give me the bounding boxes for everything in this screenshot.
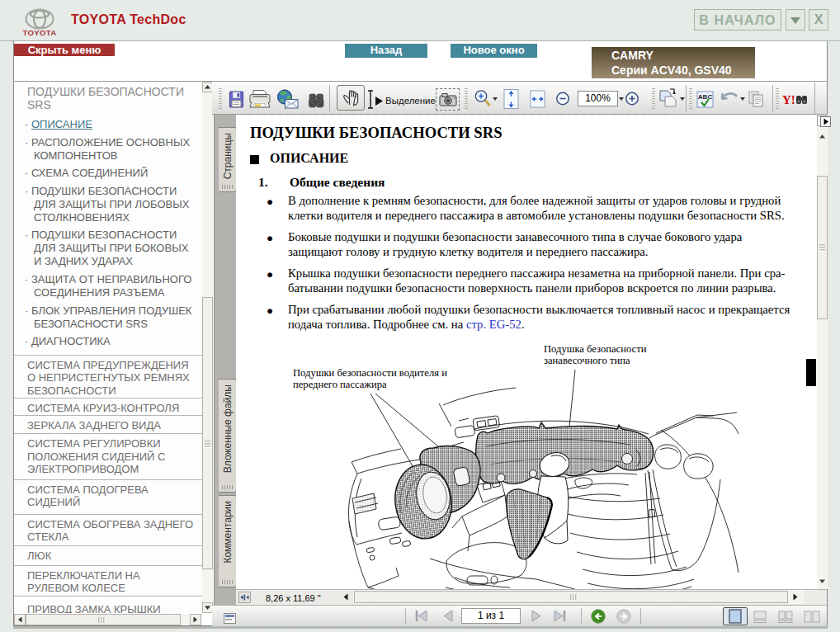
- svg-text:ABC: ABC: [698, 93, 713, 101]
- svg-text:TOYOTA: TOYOTA: [23, 28, 57, 36]
- svg-text:Y!: Y!: [782, 93, 795, 106]
